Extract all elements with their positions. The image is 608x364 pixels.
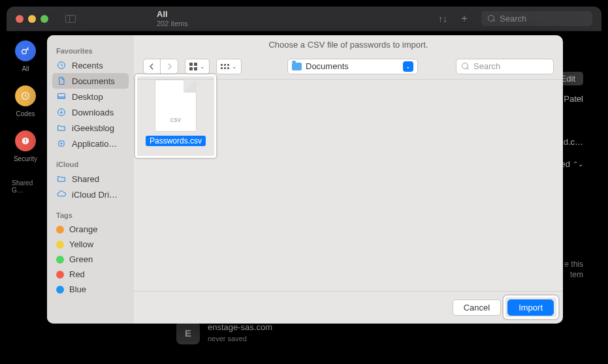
csv-file-icon: csv [155,80,197,132]
sidebar-codes-icon[interactable] [15,85,36,106]
svg-rect-6 [58,93,65,98]
download-icon [56,107,67,117]
back-button[interactable] [144,59,161,74]
desktop-icon [56,91,67,102]
cancel-button[interactable]: Cancel [453,299,501,316]
search-field[interactable]: Search [481,11,592,26]
open-panel-search[interactable]: Search [456,59,554,74]
add-icon[interactable]: ＋ [459,12,470,25]
sidebar-item-label: iCloud Dri… [72,190,118,200]
site-initial-icon: E [176,321,200,344]
clock-icon [56,60,67,70]
favourites-header: Favourites [52,43,129,57]
sidebar-item-desktop[interactable]: Desktop [52,89,129,104]
svg-point-0 [22,50,27,54]
import-button[interactable]: Import [507,299,554,316]
location-label: Documents [306,61,349,71]
tag-dot-icon [56,241,64,249]
svg-rect-7 [58,97,65,99]
close-window-icon[interactable] [16,15,24,23]
open-panel-sidebar: Favourites Recents Documents Desktop Dow… [47,35,134,324]
tag-red[interactable]: Red [52,267,129,282]
tag-yellow[interactable]: Yellow [52,237,129,252]
subtitle-text: 202 items [157,20,188,27]
sidebar-item-applications[interactable]: Applicatio… [52,136,129,151]
folder-icon [56,123,67,133]
applications-icon [56,138,67,149]
sidebar-item-icloud-drive[interactable]: iCloud Dri… [52,187,129,202]
sidebar-item-label: Downloads [72,108,114,117]
tag-blue[interactable]: Blue [52,282,129,297]
sidebar-item-documents[interactable]: Documents [52,73,129,89]
window-title: All 202 items [157,10,188,27]
sidebar-item-label: Recents [72,61,103,70]
nav-buttons [143,59,178,74]
chevron-updown-icon: ⌄ [403,61,413,72]
icloud-header: iCloud [52,157,129,171]
folder-icon [292,63,302,70]
cloud-icon [56,189,67,200]
search-icon [488,15,496,23]
shared-folder-icon [56,174,67,184]
sidebar-toggle-icon[interactable] [65,15,76,23]
list-item-subtitle: never saved [208,335,247,342]
location-popup-button[interactable]: Documents ⌄ [287,59,418,74]
sidebar-all-label: All [22,65,29,72]
open-panel-sheet: Favourites Recents Documents Desktop Dow… [47,35,563,324]
tag-label: Green [69,254,93,264]
group-by-button[interactable]: ⌄ [216,59,242,74]
sort-icon[interactable]: ↑↓ [438,14,447,24]
tag-label: Yellow [69,239,93,249]
search-icon [462,63,470,70]
sidebar-all-icon[interactable] [15,40,36,61]
open-panel-main: Choose a CSV file of passwords to import… [134,35,563,324]
app-sidebar: All Codes Security Shared G… [7,31,44,357]
sidebar-item-recents[interactable]: Recents [52,57,129,73]
window-controls [16,15,48,23]
tag-label: Orange [69,224,97,234]
sidebar-item-downloads[interactable]: Downloads [52,104,129,120]
file-item-selected[interactable]: csv Passwords.csv [140,80,211,146]
tag-orange[interactable]: Orange [52,222,129,237]
detail-username: Patel [564,94,583,104]
tag-dot-icon [56,256,64,264]
tag-dot-icon [56,226,64,234]
sidebar-codes-label: Codes [16,110,35,117]
sidebar-item-label: Applicatio… [72,139,117,149]
open-panel-footer: Cancel Import [134,291,563,324]
sidebar-item-label: Documents [72,76,115,86]
icon-view-button[interactable]: ⌄ [185,59,210,74]
document-icon [56,76,67,86]
tag-dot-icon [56,271,64,279]
tags-header: Tags [52,207,129,222]
file-browser[interactable]: csv Passwords.csv [134,80,563,291]
sidebar-item-label: Desktop [72,92,103,102]
search-placeholder: Search [473,61,500,71]
open-panel-title: Choose a CSV file of passwords to import… [134,35,563,53]
tag-green[interactable]: Green [52,252,129,267]
sidebar-item-shared[interactable]: Shared [52,171,129,187]
tag-dot-icon [56,286,64,294]
password-list-item[interactable]: E enstage-sas.com never saved [176,321,272,344]
sidebar-item-igeeksblog[interactable]: iGeeksblog [52,120,129,136]
minimize-window-icon[interactable] [28,15,36,23]
sidebar-security-label: Security [14,155,37,162]
file-extension-label: csv [170,116,182,123]
search-placeholder: Search [500,14,526,23]
detail-shared-row[interactable]: ed ⌃⌄ [561,159,583,169]
shared-groups-header: Shared G… [7,175,44,198]
title-text: All [157,10,188,19]
sidebar-item-label: iGeeksblog [72,123,114,133]
screenshot-stage: All 202 items ↑↓ ＋ Search All [0,0,608,364]
detail-hint-text: e this tem [564,260,583,280]
chevron-down-icon: ⌄ [200,63,205,70]
toolbar-right: ↑↓ ＋ Search [438,11,592,26]
chevron-updown-icon: ⌃⌄ [573,160,583,168]
sidebar-item-label: Shared [72,174,99,184]
zoom-window-icon[interactable] [40,15,48,23]
forward-button[interactable] [161,59,178,74]
svg-rect-3 [25,139,25,142]
sidebar-security-icon[interactable] [15,130,36,151]
window-toolbar: All 202 items ↑↓ ＋ Search [7,7,601,31]
chevron-down-icon: ⌄ [232,63,237,70]
